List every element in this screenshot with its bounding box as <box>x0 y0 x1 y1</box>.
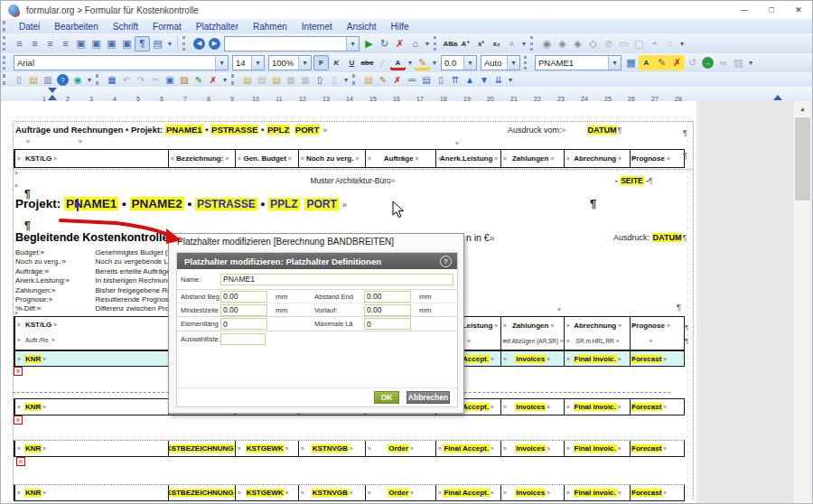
redo-icon[interactable]: ↷ <box>134 73 148 86</box>
placeholder-pstrasse[interactable]: PSTRASSE <box>195 198 257 210</box>
mindestzeile-input[interactable] <box>220 304 267 316</box>
indent-marker-bottom[interactable] <box>48 95 57 100</box>
placeholder-field[interactable]: Final invoic. <box>574 444 617 453</box>
placeholder-delete-icon[interactable]: ✗ <box>669 55 685 70</box>
delete-text-icon[interactable]: ✗ <box>390 73 405 86</box>
indent-marker-top[interactable] <box>48 88 57 93</box>
open-icon[interactable]: ▤ <box>26 73 41 86</box>
legend-row[interactable]: Prognose:» Resultierende Prognose <box>15 293 175 302</box>
underline-icon[interactable]: U <box>344 55 360 70</box>
font-size-combo[interactable]: 14 ▾ <box>232 55 265 70</box>
paste-icon[interactable]: ▨ <box>177 73 192 86</box>
placeholder-field[interactable]: Final invoic. <box>574 489 617 497</box>
align-justify-icon[interactable]: ≡ <box>58 36 73 51</box>
placeholder-port[interactable]: PORT <box>304 198 338 210</box>
table-cell[interactable]: » KSTGEWK » <box>235 441 298 456</box>
table-cell[interactable]: » Aufträge » <box>365 150 435 167</box>
table-cell[interactable]: » Bezeichnung: » <box>168 150 235 167</box>
font-name-combo[interactable]: Arial ▾ <box>14 55 229 70</box>
chevron-down-icon[interactable]: ▾ <box>463 56 476 70</box>
overflow-icon[interactable]: ▾ <box>746 55 755 70</box>
copy-format-icon[interactable]: ▤ <box>361 73 376 86</box>
toolbar-grip[interactable] <box>3 21 10 31</box>
placeholder-field[interactable]: KSTNVGB <box>312 444 349 453</box>
help-icon[interactable]: ? <box>440 256 452 267</box>
menu-internet[interactable]: Internet <box>294 22 340 32</box>
ok-button[interactable]: OK <box>374 391 399 404</box>
navigation-combo[interactable]: ▾ <box>224 36 360 51</box>
placeholder-field[interactable]: KSTGEWK <box>246 444 285 453</box>
overflow-icon[interactable]: ▾ <box>220 73 229 86</box>
table-cell[interactable]: » KSTGEWK » <box>235 485 298 500</box>
placeholder-edit-icon[interactable]: ✎ <box>654 55 669 70</box>
placeholder-field[interactable]: Final Accept. <box>443 444 490 453</box>
rounded-rectangle-shape-icon[interactable]: ▢ <box>631 36 647 51</box>
toolbar-grip[interactable] <box>524 56 531 70</box>
print-icon[interactable]: ▥ <box>41 73 55 86</box>
placeholder-highlight-icon[interactable]: A <box>639 55 654 70</box>
table-cell[interactable]: » KST/LG » » Auftr./Re. » <box>14 317 168 350</box>
table-cell[interactable]: » Invoices » <box>500 399 564 415</box>
edit-text-icon[interactable]: ✎ <box>376 73 390 86</box>
stop-icon[interactable]: ✗ <box>392 36 407 51</box>
ellipse-shape-icon[interactable]: ○ <box>662 36 678 51</box>
table-cell[interactable]: » KST/LG » <box>14 150 168 167</box>
table-cell[interactable]: » KSTBEZEICHNUNG » <box>168 441 235 456</box>
placeholder-field[interactable]: KNR <box>24 489 42 497</box>
save-copy-icon[interactable]: ▦ <box>284 73 298 86</box>
overflow-icon[interactable]: ▾ <box>85 73 94 86</box>
table-cell[interactable]: » KNR » <box>14 399 168 415</box>
maximize-button[interactable]: □ <box>758 1 785 19</box>
new-document-icon[interactable]: ▯ <box>12 73 26 86</box>
chevron-down-icon[interactable]: ▾ <box>298 56 311 70</box>
table-cell[interactable]: » Gen. Budget » <box>235 150 298 167</box>
color-mode-combo[interactable]: Auto ▾ <box>481 55 520 70</box>
close-template-icon[interactable]: ▤ <box>255 73 269 86</box>
subscript-icon[interactable]: x₂ <box>489 36 504 51</box>
frame-bottom-icon[interactable]: ▣ <box>104 36 119 51</box>
overflow-icon[interactable]: ▾ <box>678 36 687 51</box>
find-icon[interactable]: ◉ <box>539 36 555 51</box>
overflow-icon[interactable]: ▾ <box>165 36 174 51</box>
table-cell[interactable]: » Forecast » <box>630 441 667 456</box>
placeholder-field[interactable]: KNR <box>24 355 42 363</box>
legend-row[interactable]: %-Diff:» Differenz zwischen Pro <box>15 302 175 311</box>
table-cell[interactable]: » KSTNVGB » <box>298 485 365 500</box>
abstand-beg-input[interactable] <box>220 291 267 303</box>
placeholder-field[interactable]: KSTBEZEICHNUNG <box>168 489 235 497</box>
table-cell[interactable]: » Zahlungen » » mit Abzügen (AR,SR) » <box>500 317 564 350</box>
line-spacing-icon[interactable]: ▤ <box>150 36 165 51</box>
placeholder-field[interactable]: KSTNVGB <box>312 489 349 497</box>
placeholder-copy-icon[interactable]: ▨ <box>731 55 746 70</box>
placeholder-datum[interactable]: DATUM <box>587 126 618 135</box>
menu-ansicht[interactable]: Ansicht <box>340 22 384 32</box>
placeholder-field[interactable]: Final Accept. <box>443 489 490 497</box>
table-cell[interactable]: » KNR » <box>14 485 168 500</box>
document-page[interactable]: Aufträge und Rechnungen • Projekt: PNAME… <box>1 101 812 503</box>
right-margin-marker[interactable] <box>773 95 782 100</box>
dialog-title[interactable]: Platzhalter modifizieren [Berechnung BAN… <box>169 234 463 249</box>
chevron-down-icon[interactable]: ▾ <box>608 56 621 70</box>
placeholder-datum[interactable]: DATUM <box>652 233 683 242</box>
bold-icon[interactable]: F <box>313 55 329 70</box>
table-cell[interactable]: » Zahlungen » <box>500 150 564 167</box>
vorlauf-input[interactable] <box>364 304 411 316</box>
strikethrough-icon[interactable]: abc <box>360 55 375 70</box>
maximale-laenge-input[interactable] <box>364 318 411 330</box>
table-cell[interactable]: » KSTBEZEICHNUNG » <box>168 485 235 500</box>
placeholder-combo[interactable]: PNAME1 ▾ <box>535 55 621 70</box>
nav-forward-icon[interactable]: ▶ <box>209 38 220 50</box>
legend-row[interactable]: Aufträge:» Bereits erteilte Aufträge <box>15 265 175 274</box>
toolbar-grip[interactable] <box>96 74 103 84</box>
find-prev-icon[interactable]: ◈ <box>570 36 585 51</box>
legend-row[interactable]: Noch zu verg.:» Noch zu vergebende Le <box>15 255 175 264</box>
legend-row[interactable]: Zahlungen:» Bisher freigegebene Re <box>15 284 175 293</box>
case-tool-icon[interactable]: ABa <box>443 36 458 51</box>
frame-stretch-icon[interactable]: ▣ <box>119 36 135 51</box>
horizontal-ruler[interactable]: 1234567891011121314151617181920212223242… <box>1 87 812 102</box>
placeholder-field[interactable]: Invoices <box>515 444 546 453</box>
highlight-color-icon[interactable]: ✎ <box>415 55 430 70</box>
chevron-down-icon[interactable]: ▾ <box>507 56 519 70</box>
record-icon[interactable]: ◉ <box>70 73 85 86</box>
spacing-combo[interactable]: 0.0 ▾ <box>441 55 477 70</box>
